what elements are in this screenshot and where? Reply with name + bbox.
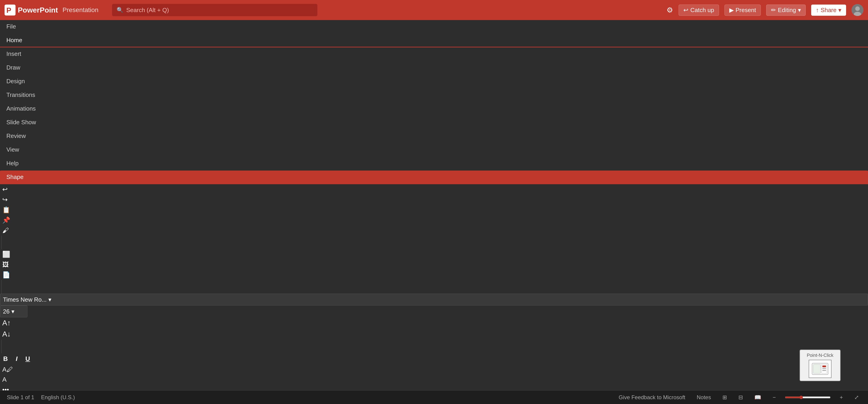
svg-point-3	[855, 6, 860, 11]
bold-button[interactable]: B	[0, 354, 11, 364]
share-button[interactable]: ↑ Share ▾	[811, 5, 846, 16]
catch-up-button[interactable]: ↩ Catch up	[679, 5, 719, 16]
tab-transitions[interactable]: Transitions	[0, 89, 868, 102]
search-icon: 🔍	[117, 7, 123, 13]
reading-view-button[interactable]: 📖	[752, 393, 764, 402]
pnc-icon	[809, 360, 832, 378]
svg-rect-9	[823, 366, 826, 367]
edit-icon: ✏	[771, 7, 776, 14]
app-name: PowerPoint	[18, 6, 58, 14]
font-selector[interactable]: Times New Ro... ▾	[0, 294, 868, 305]
title-bar: P PowerPoint Presentation 🔍 ⚙ ↩ Catch up…	[0, 0, 868, 20]
section-button[interactable]: 📄	[0, 270, 12, 280]
undo-button[interactable]: ↩	[0, 184, 10, 195]
app-logo: P PowerPoint	[5, 5, 58, 15]
font-size-increase-button[interactable]: A↑	[0, 317, 13, 329]
tab-review[interactable]: Review	[0, 130, 868, 143]
separator-3	[1, 340, 2, 354]
svg-text:P: P	[6, 6, 11, 14]
pnc-widget[interactable]: Point-N-Click	[800, 349, 841, 381]
tab-design[interactable]: Design	[0, 75, 868, 89]
share-icon: ↑	[816, 7, 819, 14]
svg-rect-10	[823, 368, 826, 369]
search-bar[interactable]: 🔍	[112, 4, 317, 16]
clipboard-button[interactable]: 📋	[0, 205, 12, 215]
text-highlight-button[interactable]: A🖊	[0, 364, 15, 375]
tab-home[interactable]: Home	[0, 34, 868, 47]
present-icon: ▶	[729, 7, 734, 14]
ribbon-controls: ↩ ↪ 📋 📌 🖌 ⬜ 🖼 📄 Times New Ro... ▾ 26 ▾ A…	[0, 184, 868, 404]
powerpoint-icon: P	[5, 5, 16, 15]
font-size-selector[interactable]: 26 ▾	[0, 305, 27, 317]
format-painter-button[interactable]: 🖌	[0, 225, 11, 236]
tab-shape[interactable]: Shape	[0, 171, 868, 184]
svg-rect-7	[813, 364, 820, 373]
zoom-in-button[interactable]: +	[837, 393, 845, 402]
tab-slideshow[interactable]: Slide Show	[0, 116, 868, 130]
status-bar: Slide 1 of 1 English (U.S.) Give Feedbac…	[0, 390, 868, 404]
present-button[interactable]: ▶ Present	[724, 5, 761, 16]
slide-sorter-button[interactable]: ⊟	[736, 393, 745, 402]
underline-button[interactable]: U	[22, 354, 33, 364]
font-color-button[interactable]: A	[0, 375, 9, 384]
tab-insert[interactable]: Insert	[0, 47, 868, 61]
svg-rect-11	[823, 370, 826, 371]
fit-slide-button[interactable]: ⤢	[852, 393, 861, 402]
ribbon: File Home Insert Draw Design Transitions…	[0, 20, 868, 404]
ribbon-tabs: File Home Insert Draw Design Transitions…	[0, 20, 868, 184]
doc-name: Presentation	[63, 6, 98, 14]
separator-1	[1, 236, 2, 249]
separator-2	[1, 280, 2, 294]
tab-file[interactable]: File	[0, 20, 868, 34]
tab-draw[interactable]: Draw	[0, 61, 868, 75]
layout-button[interactable]: ⬜	[0, 249, 12, 260]
font-chevron-icon: ▾	[49, 296, 51, 303]
tab-view[interactable]: View	[0, 143, 868, 157]
slide-button[interactable]: 🖼	[0, 260, 11, 270]
editing-button[interactable]: ✏ Editing ▾	[766, 5, 806, 16]
settings-icon[interactable]: ⚙	[666, 6, 673, 14]
size-chevron-icon: ▾	[11, 308, 14, 315]
zoom-slider[interactable]	[785, 396, 831, 399]
slide-info: Slide 1 of 1	[7, 394, 34, 401]
right-actions: ⚙ ↩ Catch up ▶ Present ✏ Editing ▾ ↑ Sha…	[666, 4, 863, 16]
pnc-title: Point-N-Click	[803, 353, 837, 358]
feedback-button[interactable]: Give Feedback to Microsoft	[616, 393, 687, 402]
catch-up-icon: ↩	[683, 7, 688, 14]
redo-button[interactable]: ↪	[0, 195, 10, 205]
font-size-decrease-button[interactable]: A↓	[0, 329, 13, 340]
paste-button[interactable]: 📌	[0, 215, 12, 225]
italic-button[interactable]: I	[12, 354, 21, 364]
search-input[interactable]	[126, 7, 313, 14]
share-chevron-icon: ▾	[838, 7, 841, 14]
editing-chevron-icon: ▾	[798, 7, 801, 14]
tab-animations[interactable]: Animations	[0, 102, 868, 116]
avatar[interactable]	[851, 4, 863, 16]
normal-view-button[interactable]: ⊞	[720, 393, 729, 402]
notes-button[interactable]: Notes	[694, 393, 713, 402]
zoom-out-button[interactable]: −	[770, 393, 778, 402]
language-status: English (U.S.)	[41, 394, 75, 401]
tab-help[interactable]: Help	[0, 157, 868, 171]
